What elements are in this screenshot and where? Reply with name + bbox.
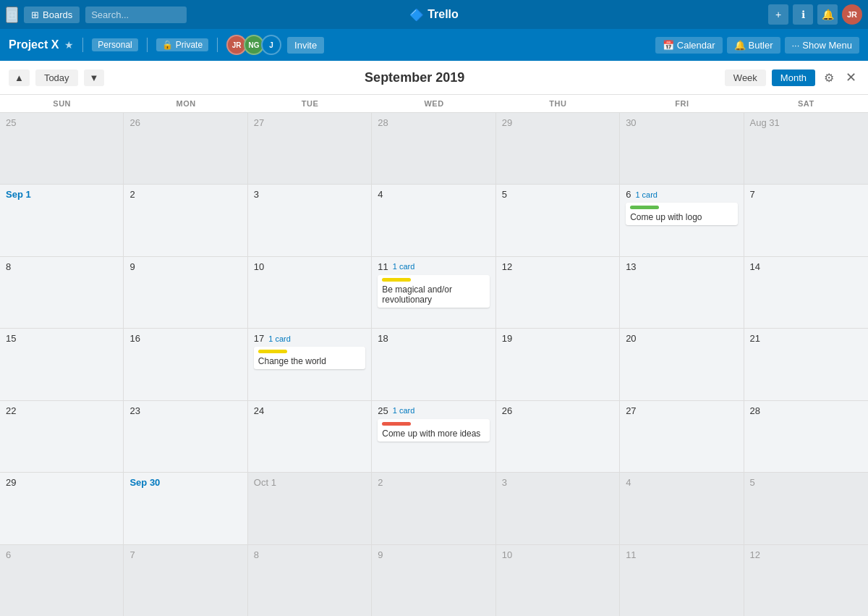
personal-badge: Personal	[92, 38, 137, 51]
cell-date: 16	[129, 333, 140, 344]
divider2	[147, 38, 148, 52]
calendar-cell[interactable]: 8	[0, 257, 124, 328]
card-text: Be magical and/or revolutionary	[382, 284, 485, 305]
search-input[interactable]	[85, 7, 187, 23]
calendar-cell[interactable]: 21	[744, 329, 868, 400]
cell-date: 13	[626, 261, 636, 272]
calendar-cell[interactable]: 15	[0, 329, 124, 400]
private-badge: 🔒 Private	[156, 38, 208, 51]
calendar-cell[interactable]: Sep 30	[124, 473, 247, 544]
calendar-week-1: Sep 1234561 cardCome up with logo7	[0, 185, 868, 256]
calendar-cell[interactable]: 22	[0, 401, 124, 472]
board-title[interactable]: Project X	[9, 38, 59, 51]
cell-date: 26	[502, 405, 512, 416]
member-avatar-j[interactable]: J	[261, 35, 281, 55]
today-button[interactable]: Today	[35, 69, 78, 86]
divider3	[217, 38, 218, 52]
calendar-cell[interactable]: 26	[124, 113, 247, 184]
close-button[interactable]: ✕	[843, 67, 859, 88]
cell-date: 28	[750, 405, 760, 416]
day-header-sat: SAT	[744, 95, 868, 112]
cell-date: 14	[750, 261, 760, 272]
calendar-cell[interactable]: 251 cardCome up with more ideas	[372, 401, 495, 472]
calendar-cell[interactable]: 4	[372, 185, 495, 256]
calendar-cell[interactable]: 2	[124, 185, 247, 256]
calendar-cell[interactable]: 111 cardBe magical and/or revolutionary	[372, 257, 495, 328]
calendar-cell[interactable]: 19	[496, 329, 620, 400]
next-button[interactable]: ▼	[84, 69, 105, 86]
calendar-cell[interactable]: 5	[744, 473, 868, 544]
card-text: Come up with more ideas	[382, 429, 485, 439]
calendar-cell[interactable]: 3	[496, 473, 620, 544]
cell-date: 11	[378, 261, 388, 272]
calendar-cell[interactable]: 13	[620, 257, 744, 328]
calendar-cell[interactable]: 61 cardCome up with logo	[620, 185, 744, 256]
month-view-button[interactable]: Month	[772, 69, 815, 86]
calendar-cell[interactable]: 7	[744, 185, 868, 256]
calendar-cell[interactable]: 7	[124, 545, 247, 616]
calendar-cell[interactable]: 9	[372, 545, 495, 616]
calendar-cell[interactable]: Oct 1	[248, 473, 372, 544]
calendar-cell[interactable]: 12	[744, 545, 868, 616]
calendar-cell[interactable]: 12	[496, 257, 620, 328]
prev-button[interactable]: ▲	[9, 69, 30, 86]
settings-button[interactable]: ⚙	[821, 68, 837, 88]
calendar-card[interactable]: Change the world	[254, 347, 365, 369]
calendar-cell[interactable]: 9	[124, 257, 247, 328]
card-label-bar	[382, 278, 411, 282]
calendar-week-2: 8910111 cardBe magical and/or revolution…	[0, 257, 868, 329]
calendar-cell[interactable]: 20	[620, 329, 744, 400]
calendar-card[interactable]: Be magical and/or revolutionary	[378, 275, 489, 308]
calendar-week-6: 6789101112	[0, 545, 868, 616]
calendar-cell[interactable]: 14	[744, 257, 868, 328]
cell-date: 21	[750, 333, 760, 344]
calendar-card[interactable]: Come up with logo	[626, 203, 737, 225]
calendar-cell[interactable]: Aug 31	[744, 113, 868, 184]
calendar-cell[interactable]: 11	[620, 545, 744, 616]
butler-button[interactable]: 🔔 Butler	[727, 37, 780, 54]
calendar-cell[interactable]: 27	[248, 113, 372, 184]
calendar-cell[interactable]: 24	[248, 401, 372, 472]
user-avatar[interactable]: JR	[842, 4, 862, 25]
calendar-cell[interactable]: 27	[620, 401, 744, 472]
board-header: Project X ★ Personal 🔒 Private JR NG J I…	[0, 29, 868, 61]
calendar-cell[interactable]: 6	[0, 545, 124, 616]
invite-button[interactable]: Invite	[287, 37, 324, 54]
calendar-cell[interactable]: 16	[124, 329, 247, 400]
cell-date: Oct 1	[254, 477, 276, 488]
cell-date: 25	[378, 405, 388, 416]
calendar-cell[interactable]: 28	[744, 401, 868, 472]
calendar-cell[interactable]: 29	[496, 113, 620, 184]
cell-date: 28	[378, 117, 388, 128]
calendar-cell[interactable]: 10	[248, 257, 372, 328]
boards-button[interactable]: ⊞ Boards	[24, 7, 80, 23]
star-icon[interactable]: ★	[64, 39, 74, 51]
notification-button[interactable]: 🔔	[817, 4, 838, 25]
calendar-cell[interactable]: 26	[496, 401, 620, 472]
calendar-cell[interactable]: 18	[372, 329, 495, 400]
week-view-button[interactable]: Week	[725, 69, 766, 86]
calendar-cell[interactable]: 3	[248, 185, 372, 256]
info-button[interactable]: ℹ	[793, 4, 813, 25]
calendar-cell[interactable]: 30	[620, 113, 744, 184]
home-icon[interactable]: ⊞	[6, 7, 18, 23]
calendar-cell[interactable]: 5	[496, 185, 620, 256]
calendar-button[interactable]: 📅 Calendar	[655, 37, 723, 54]
day-header-thu: THU	[496, 95, 620, 112]
calendar-card[interactable]: Come up with more ideas	[378, 419, 489, 442]
cell-date: 7	[129, 549, 135, 560]
calendar-cell[interactable]: 8	[248, 545, 372, 616]
show-menu-button[interactable]: ··· Show Menu	[785, 37, 860, 54]
calendar-cell[interactable]: 28	[372, 113, 495, 184]
calendar-cell[interactable]: 25	[0, 113, 124, 184]
calendar-cell[interactable]: 10	[496, 545, 620, 616]
cell-date: 8	[6, 261, 11, 272]
calendar-cell[interactable]: 4	[620, 473, 744, 544]
cell-date: 30	[626, 117, 636, 128]
calendar-cell[interactable]: 23	[124, 401, 247, 472]
calendar-cell[interactable]: 2	[372, 473, 495, 544]
add-button[interactable]: +	[768, 4, 788, 25]
calendar-cell[interactable]: 29	[0, 473, 124, 544]
calendar-cell[interactable]: 171 cardChange the world	[248, 329, 372, 400]
calendar-cell[interactable]: Sep 1	[0, 185, 124, 256]
